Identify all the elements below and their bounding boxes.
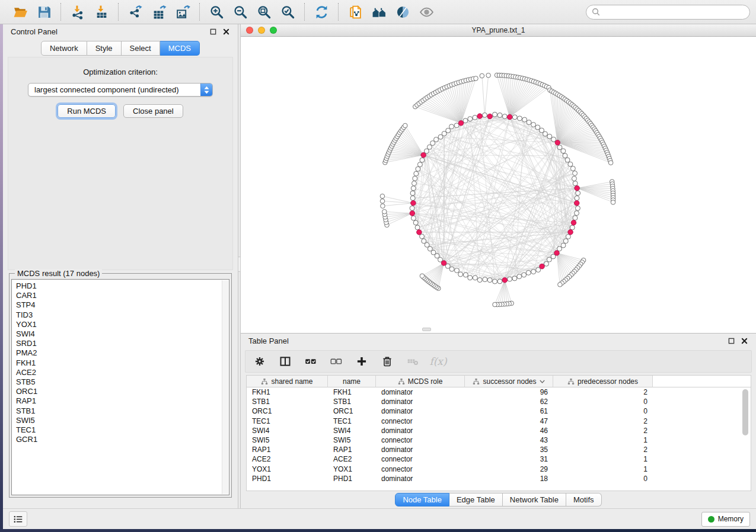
zoom-in-button[interactable] — [207, 2, 226, 21]
result-scrollbar[interactable] — [222, 280, 228, 494]
column-tree-icon — [473, 378, 480, 385]
delete-columns-button[interactable] — [380, 354, 394, 368]
mcds-result-item[interactable]: PMA2 — [16, 348, 221, 358]
zoom-fit-button[interactable] — [254, 2, 273, 21]
table-cell: 2 — [553, 446, 653, 454]
table-scrollbar[interactable] — [742, 389, 749, 489]
mcds-result-box: MCDS result (17 nodes) PHD1CAR1STP4TID3Y… — [9, 273, 232, 498]
show-hide-graphics-icon — [419, 5, 434, 20]
table-row[interactable]: YOX1YOX1connector291 — [247, 464, 751, 474]
add-column-button[interactable] — [355, 354, 369, 368]
network-graph[interactable] — [241, 37, 756, 333]
select-all-columns-button[interactable] — [304, 354, 318, 368]
minimize-window-icon[interactable] — [258, 27, 265, 34]
save-session-button[interactable] — [34, 2, 53, 21]
mcds-result-item[interactable]: RAP1 — [16, 396, 221, 406]
mcds-result-item[interactable]: SWI5 — [16, 416, 221, 425]
mcds-result-item[interactable]: YOX1 — [16, 320, 221, 329]
mcds-result-list[interactable]: PHD1CAR1STP4TID3YOX1SWI4SRD1PMA2FKH1ACE2… — [11, 279, 229, 495]
memory-button[interactable]: Memory — [701, 512, 750, 527]
show-hide-graphics-button[interactable] — [417, 2, 436, 21]
table-cell: 1 — [553, 436, 653, 444]
task-history-button[interactable] — [9, 511, 27, 527]
table-cell: connector — [376, 455, 465, 463]
first-neighbors-button[interactable] — [369, 2, 388, 21]
export-network-button[interactable] — [126, 2, 145, 21]
import-table-button[interactable] — [92, 2, 111, 21]
table-cell: dominator — [376, 398, 465, 406]
table-cell: ACE2 — [328, 455, 376, 463]
tab-network-table[interactable]: Network Table — [503, 493, 566, 507]
network-canvas[interactable] — [241, 37, 756, 333]
table-row[interactable]: SWI5SWI5connector431 — [247, 435, 751, 445]
column-panel-button[interactable] — [278, 354, 292, 368]
mcds-result-item[interactable]: FKH1 — [16, 358, 221, 368]
column-label: MCDS role — [408, 377, 443, 386]
maximize-window-icon[interactable] — [270, 27, 277, 34]
toggle-graphics-details-button[interactable] — [393, 2, 412, 21]
export-image-button[interactable] — [173, 2, 192, 21]
mcds-result-item[interactable]: SRD1 — [16, 339, 221, 348]
mcds-result-item[interactable]: STB5 — [16, 377, 221, 387]
control-panel: Control Panel NetworkStyleSelectMCDS Opt… — [3, 24, 238, 508]
close-panel-icon[interactable] — [222, 28, 230, 36]
table-row[interactable]: ORC1ORC1dominator610 — [247, 406, 751, 416]
import-network-button[interactable] — [68, 2, 87, 21]
network-titlebar[interactable]: YPA_prune.txt_1 — [241, 24, 756, 37]
table-row[interactable]: STB1STB1dominator620 — [247, 397, 751, 406]
horizontal-splitter-handle[interactable] — [422, 328, 431, 331]
column-header-predecessor-nodes[interactable]: predecessor nodes — [553, 376, 653, 387]
table-row[interactable]: SWI4SWI4dominator462 — [247, 426, 751, 435]
table-cell: 0 — [553, 475, 653, 483]
close-window-icon[interactable] — [246, 27, 253, 34]
table-cell: PHD1 — [328, 475, 376, 483]
tab-node-table[interactable]: Node Table — [395, 493, 449, 507]
export-table-button[interactable] — [149, 2, 168, 21]
open-session-button[interactable] — [11, 2, 30, 21]
mcds-result-item[interactable]: CAR1 — [16, 291, 221, 300]
criterion-dropdown[interactable]: largest connected component (undirected) — [28, 83, 213, 97]
tab-edge-table[interactable]: Edge Table — [449, 493, 503, 507]
mcds-result-item[interactable]: PHD1 — [16, 281, 221, 291]
run-mcds-button[interactable]: Run MCDS — [58, 104, 116, 118]
table-row[interactable]: ACE2ACE2connector311 — [247, 454, 751, 464]
table-cell: 47 — [465, 417, 553, 425]
mcds-result-item[interactable]: TID3 — [16, 310, 221, 320]
table-cell: 2 — [553, 427, 653, 435]
close-table-panel-icon[interactable] — [741, 337, 748, 345]
clone-network-button[interactable] — [346, 2, 365, 21]
column-header-shared-name[interactable]: shared name — [247, 376, 328, 387]
table-row[interactable]: PHD1PHD1dominator180 — [247, 474, 751, 483]
mcds-result-item[interactable]: SWI4 — [16, 329, 221, 339]
zoom-out-button[interactable] — [231, 2, 250, 21]
tab-select[interactable]: Select — [122, 41, 160, 56]
table-row[interactable]: RAP1RAP1dominator352 — [247, 445, 751, 454]
column-header-mcds-role[interactable]: MCDS role — [376, 376, 465, 387]
column-header-successor-nodes[interactable]: successor nodes — [465, 376, 553, 387]
search-input[interactable] — [602, 8, 744, 16]
table-row[interactable]: FKH1FKH1dominator962 — [247, 387, 751, 397]
mcds-result-item[interactable]: STB1 — [16, 406, 221, 416]
unselect-all-columns-button[interactable] — [329, 354, 343, 368]
function-builder-icon: f(x) — [429, 355, 446, 367]
close-panel-button[interactable]: Close panel — [123, 104, 183, 118]
float-panel-icon[interactable] — [209, 28, 217, 36]
tab-mcds[interactable]: MCDS — [160, 41, 200, 56]
float-table-panel-icon[interactable] — [728, 337, 735, 345]
mcds-result-item[interactable]: GCR1 — [16, 435, 221, 444]
tab-style[interactable]: Style — [87, 41, 122, 56]
tab-motifs[interactable]: Motifs — [566, 493, 602, 507]
mcds-result-item[interactable]: TEC1 — [16, 425, 221, 435]
table-cell: dominator — [376, 475, 465, 483]
table-row[interactable]: TEC1TEC1connector472 — [247, 416, 751, 426]
table-settings-button[interactable] — [253, 354, 267, 368]
mcds-result-item[interactable]: ACE2 — [16, 368, 221, 377]
mcds-result-item[interactable]: ORC1 — [16, 387, 221, 396]
mcds-result-item[interactable]: STP4 — [16, 300, 221, 310]
zoom-selected-button[interactable] — [278, 2, 297, 21]
apply-preferred-layout-button[interactable] — [312, 2, 331, 21]
search-box[interactable] — [586, 5, 750, 20]
table-scrollbar-thumb[interactable] — [742, 389, 748, 435]
tab-network[interactable]: Network — [41, 41, 87, 56]
column-header-name[interactable]: name — [328, 376, 376, 387]
